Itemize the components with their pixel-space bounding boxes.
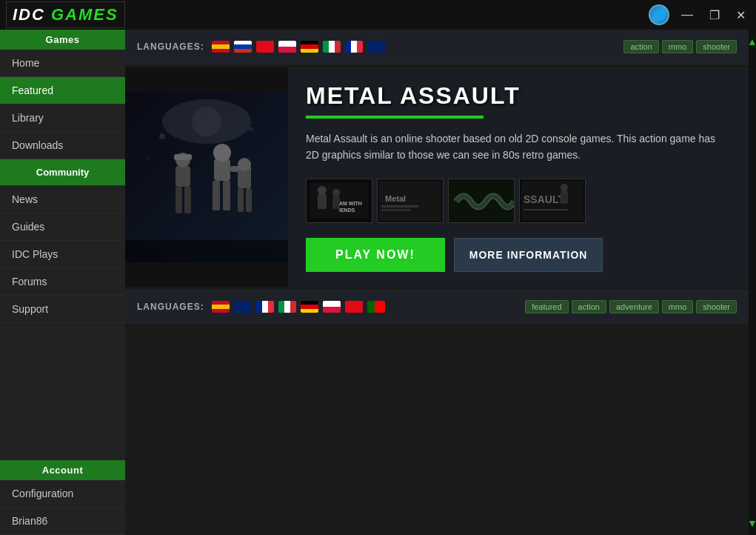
game-title: METAL ASSAULT (306, 82, 731, 110)
flag-it (323, 41, 341, 53)
flag-es-bottom (212, 301, 230, 313)
top-languages-row: LANGUAGES: (137, 41, 385, 53)
more-info-button[interactable]: MORE INFORMATION (454, 238, 603, 272)
svg-point-26 (332, 189, 340, 196)
flag-fr (345, 41, 363, 53)
logo-text: IDC GAMES (13, 5, 118, 24)
svg-point-24 (318, 186, 327, 195)
screenshot-3[interactable] (448, 179, 515, 223)
screenshot-4[interactable]: SSAULT (519, 179, 586, 223)
flag-tr (256, 41, 274, 53)
bottom-languages-row: LANGUAGES: (137, 301, 385, 313)
bottom-languages-label: LANGUAGES: (137, 302, 204, 312)
buttons-row: PLAY NOW! MORE INFORMATION (306, 238, 731, 272)
svg-point-4 (213, 144, 231, 162)
sidebar-item-news[interactable]: News (0, 186, 125, 213)
svg-rect-33 (381, 209, 411, 211)
flag-es (212, 41, 230, 53)
screenshot-1[interactable]: AM WITH IENDS (306, 179, 372, 223)
sidebar: Games Home Featured Library Downloads Co… (0, 30, 125, 535)
tag-action-bottom[interactable]: action (572, 300, 606, 313)
app-body: Games Home Featured Library Downloads Co… (0, 30, 756, 535)
language-selector[interactable]: 🌐 (649, 4, 669, 25)
svg-rect-15 (238, 188, 244, 212)
svg-rect-17 (125, 240, 288, 262)
play-now-button[interactable]: PLAY NOW! (306, 238, 445, 272)
sidebar-community-section: Community (0, 159, 125, 186)
title-bar: IDC GAMES 🌐 — ❐ ✕ (0, 0, 756, 30)
sidebar-item-forums[interactable]: Forums (0, 268, 125, 296)
flag-fr-bottom (256, 301, 274, 313)
tag-action[interactable]: action (623, 40, 658, 53)
flag-pl-bottom (323, 301, 341, 313)
svg-rect-23 (318, 194, 327, 209)
top-tags: action mmo shooter (623, 40, 737, 53)
flag-gb-bottom (234, 301, 252, 313)
screenshots-row: AM WITH IENDS Metal (306, 179, 731, 223)
top-game-card-partial: LANGUAGES: action mmo shooter (125, 30, 749, 64)
main-content: LANGUAGES: action mmo shooter (125, 30, 749, 535)
sidebar-item-library[interactable]: Library (0, 104, 125, 132)
svg-rect-39 (523, 209, 568, 210)
sidebar-games-section: Games (0, 30, 125, 50)
svg-text:IENDS: IENDS (339, 207, 355, 213)
flag-tr-bottom (345, 301, 363, 313)
flag-de (301, 41, 318, 53)
svg-rect-10 (175, 187, 182, 213)
main-game-card: METAL ASSAULT Metal Assault is an online… (125, 67, 749, 287)
svg-rect-40 (561, 190, 568, 204)
svg-rect-11 (184, 187, 191, 213)
svg-rect-12 (174, 154, 192, 160)
flag-it-bottom (278, 301, 296, 313)
game-cover (125, 67, 288, 287)
sidebar-item-support[interactable]: Support (0, 296, 125, 323)
sidebar-item-downloads[interactable]: Downloads (0, 132, 125, 159)
sidebar-item-featured[interactable]: Featured (0, 77, 125, 104)
screenshot-2[interactable]: Metal (377, 179, 444, 223)
svg-text:AM WITH: AM WITH (339, 201, 362, 206)
svg-point-41 (561, 184, 568, 191)
svg-rect-3 (214, 159, 230, 181)
bottom-game-card: LANGUAGES: featured action adventure mmo… (125, 290, 749, 324)
svg-point-18 (159, 133, 165, 139)
svg-rect-8 (175, 166, 190, 187)
game-description: Metal Assault is an online shooter based… (306, 130, 731, 164)
tag-shooter-bottom[interactable]: shooter (696, 300, 737, 313)
tag-mmo[interactable]: mmo (662, 40, 693, 53)
flag-pt-bottom (367, 301, 385, 313)
flag-de-bottom (301, 301, 318, 313)
top-languages-label: LANGUAGES: (137, 41, 204, 52)
tag-mmo-bottom[interactable]: mmo (662, 300, 693, 313)
sidebar-item-configuration[interactable]: Configuration (0, 480, 125, 508)
game-info: METAL ASSAULT Metal Assault is an online… (288, 67, 749, 287)
svg-rect-32 (381, 205, 418, 207)
minimize-button[interactable]: — (677, 7, 698, 23)
restore-button[interactable]: ❐ (705, 7, 724, 24)
scrollbar-right: ▲ ▼ (749, 30, 756, 535)
flag-ru (234, 41, 252, 53)
sidebar-item-idc-plays[interactable]: IDC Plays (0, 241, 125, 268)
svg-point-19 (249, 127, 253, 131)
svg-rect-5 (213, 181, 220, 210)
bottom-tags: featured action adventure mmo shooter (525, 300, 737, 313)
game-cover-art (125, 92, 288, 262)
sidebar-item-brian86[interactable]: Brian86 (0, 508, 125, 535)
svg-point-14 (238, 158, 251, 171)
app-logo: IDC GAMES (6, 1, 125, 28)
tag-shooter[interactable]: shooter (696, 40, 737, 53)
sidebar-item-home[interactable]: Home (0, 50, 125, 77)
tag-adventure-bottom[interactable]: adventure (609, 300, 659, 313)
svg-text:Metal: Metal (385, 194, 406, 203)
sidebar-item-guides[interactable]: Guides (0, 213, 125, 241)
flag-pl (278, 41, 296, 53)
svg-rect-16 (246, 188, 252, 212)
tag-featured-bottom[interactable]: featured (525, 300, 568, 313)
svg-rect-6 (223, 181, 230, 210)
flag-gb (367, 41, 385, 53)
close-button[interactable]: ✕ (732, 7, 750, 24)
svg-rect-13 (238, 170, 251, 188)
sidebar-account-section: Account (0, 460, 125, 480)
svg-point-20 (146, 157, 149, 160)
svg-point-2 (192, 107, 221, 136)
green-underline (306, 116, 484, 119)
